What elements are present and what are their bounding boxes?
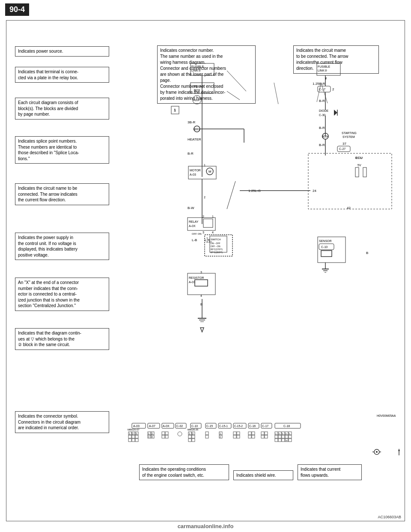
svg-rect-96 xyxy=(321,251,332,257)
svg-rect-185 xyxy=(261,432,264,435)
svg-text:C-15-2: C-15-2 xyxy=(234,424,243,427)
svg-text:10: 10 xyxy=(286,439,288,442)
svg-text:2: 2 xyxy=(279,433,280,435)
svg-rect-51 xyxy=(195,280,208,286)
callout-connector-symbol: Indicates the connector symbol.Connector… xyxy=(15,411,109,433)
svg-text:A-03: A-03 xyxy=(133,424,140,427)
svg-text:2: 2 xyxy=(332,87,334,91)
svg-text:BOX: BOX xyxy=(194,89,200,92)
svg-text:3: 3 xyxy=(200,271,202,274)
svg-line-109 xyxy=(227,71,246,91)
svg-rect-203 xyxy=(282,435,285,438)
svg-text:A-0X: A-0X xyxy=(163,424,170,427)
svg-text:B001: B001 xyxy=(194,128,200,131)
svg-point-149 xyxy=(178,432,182,436)
svg-rect-206 xyxy=(275,439,278,442)
svg-rect-186 xyxy=(265,432,268,435)
svg-text:C-18: C-18 xyxy=(283,424,290,427)
svg-text:1: 1 xyxy=(189,432,190,435)
svg-text:FUSIBLE: FUSIBLE xyxy=(318,65,331,68)
callout-current-upwards: Indicates that currentflows upwards. xyxy=(298,464,362,480)
svg-text:4: 4 xyxy=(286,433,287,435)
callout-operating-conditions: Indicates the operating conditionsof the… xyxy=(139,464,229,480)
svg-rect-82 xyxy=(308,153,392,209)
svg-text:A-07: A-07 xyxy=(149,424,155,427)
diagram-container: Indicates power source. Indicates that t… xyxy=(6,20,405,521)
svg-text:1: 1 xyxy=(220,432,221,435)
svg-text:STARTING: STARTING xyxy=(342,132,357,134)
svg-text:3: 3 xyxy=(203,231,204,234)
svg-text:1: 1 xyxy=(212,215,214,218)
svg-text:4: 4 xyxy=(200,294,202,297)
svg-text:4: 4 xyxy=(212,231,214,234)
svg-rect-85 xyxy=(355,167,359,177)
svg-text:C-27: C-27 xyxy=(339,147,345,150)
svg-rect-211 xyxy=(289,439,292,442)
svg-text:B: B xyxy=(366,251,368,255)
website-watermark: carmanualonline.info xyxy=(178,523,234,529)
svg-rect-160 xyxy=(192,439,195,442)
svg-rect-158 xyxy=(192,435,195,438)
svg-rect-28 xyxy=(188,218,215,230)
callout-circuit-blocks: Each circuit diagram consists ofblock(s)… xyxy=(15,98,109,120)
callout-circuit-blocks-text: Each circuit diagram consists ofblock(s)… xyxy=(18,100,78,117)
callout-power-source: Indicates power source. xyxy=(15,46,109,57)
svg-text:20A: 20A xyxy=(195,99,200,102)
svg-text:LINK②: LINK② xyxy=(318,69,327,72)
svg-text:H0V00M05AA: H0V00M05AA xyxy=(377,414,396,417)
svg-text:C-02: C-02 xyxy=(176,424,183,427)
svg-text:RELAY: RELAY xyxy=(189,220,199,223)
svg-rect-144 xyxy=(165,432,168,435)
svg-rect-205 xyxy=(289,435,292,438)
svg-text:5V: 5V xyxy=(357,164,361,167)
svg-text:B-R: B-R xyxy=(188,152,194,155)
svg-text:3: 3 xyxy=(282,433,283,435)
svg-text:5: 5 xyxy=(289,433,290,435)
svg-rect-180 xyxy=(252,432,255,435)
svg-rect-181 xyxy=(248,435,251,438)
callout-terminal-relay-text: Indicates that terminal is conne-cted vi… xyxy=(18,69,78,80)
svg-text:C-17: C-17 xyxy=(262,424,268,427)
svg-text:42: 42 xyxy=(347,206,351,210)
svg-rect-164 xyxy=(206,435,208,438)
svg-text:A-03: A-03 xyxy=(190,173,196,176)
svg-text:3: 3 xyxy=(148,436,149,438)
callout-shield-wire-text: Indicates shield wire. xyxy=(236,473,276,478)
svg-text:C-30: C-30 xyxy=(319,114,325,117)
callout-current-upwards-text: Indicates that currentflows upwards. xyxy=(301,467,340,478)
svg-text:67°C(153°F): 67°C(153°F) xyxy=(211,251,223,254)
svg-text:ON→OFF: ON→OFF xyxy=(211,242,220,245)
svg-text:MB026.05: MB026.05 xyxy=(188,428,198,431)
svg-rect-125 xyxy=(128,435,131,438)
svg-text:1: 1 xyxy=(148,432,149,435)
svg-text:C-10: C-10 xyxy=(321,245,328,248)
svg-rect-146 xyxy=(165,435,168,438)
svg-text:2: 2 xyxy=(204,196,206,199)
svg-text:RESISTOR: RESISTOR xyxy=(189,276,204,279)
page-number: 90-4 xyxy=(5,3,29,16)
svg-text:B-R: B-R xyxy=(319,143,325,147)
svg-text:C-16: C-16 xyxy=(249,424,256,427)
svg-marker-60 xyxy=(200,328,204,332)
svg-rect-31 xyxy=(203,219,213,227)
svg-text:B-R: B-R xyxy=(319,126,325,130)
circuit-diagram-svg: FUSIBLE LINK① RELAY BOX 20A 1 3B-R B001 … xyxy=(124,40,407,468)
svg-rect-175 xyxy=(233,435,236,438)
svg-text:SYSTEM: SYSTEM xyxy=(342,135,355,138)
svg-rect-187 xyxy=(261,435,264,438)
svg-text:LINK①: LINK① xyxy=(191,69,201,72)
callout-circuit-name-arrow: Indicates the circuit name to beconnecte… xyxy=(15,183,109,205)
diagram-code: AC106603AB xyxy=(378,515,401,519)
svg-text:FUSIBLE: FUSIBLE xyxy=(191,65,204,68)
callout-power-supply: Indicates the power supply inthe control… xyxy=(15,233,109,260)
svg-text:1: 1 xyxy=(206,237,208,240)
svg-text:A-03: A-03 xyxy=(189,281,195,284)
svg-text:L-B: L-B xyxy=(192,238,197,242)
svg-text:M: M xyxy=(208,170,211,173)
svg-rect-182 xyxy=(252,435,255,438)
svg-text:OFF ON: OFF ON xyxy=(192,233,202,235)
svg-rect-127 xyxy=(135,435,138,438)
svg-text:3B-R: 3B-R xyxy=(188,120,195,124)
svg-rect-159 xyxy=(188,439,191,442)
svg-text:MB026-07: MB026-07 xyxy=(128,428,140,431)
